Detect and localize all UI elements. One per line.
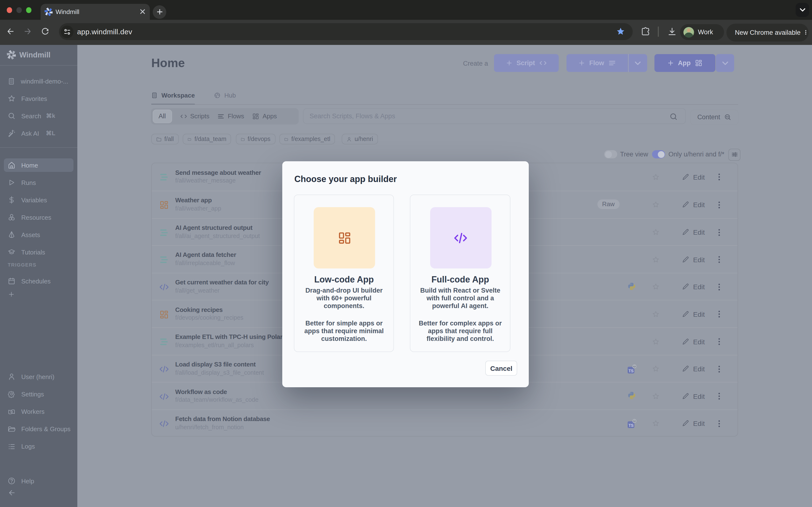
svg-text:TS: TS bbox=[628, 369, 633, 373]
svg-text:TS: TS bbox=[628, 423, 633, 428]
